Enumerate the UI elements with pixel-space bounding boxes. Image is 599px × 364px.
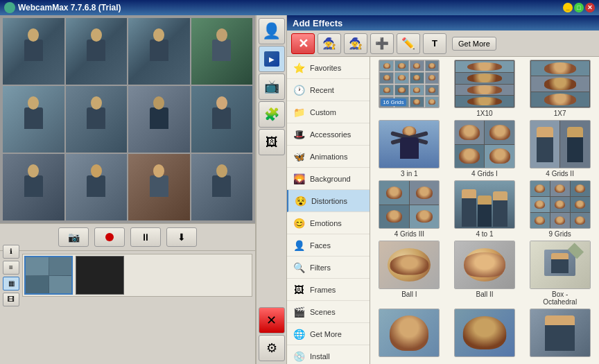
- effects-grid: 16 Grids: [373, 60, 596, 358]
- effect-thumb-ball1: [379, 241, 440, 289]
- effect-box-octahedral[interactable]: Box -Octahedral: [523, 241, 596, 306]
- thumb-strip: ℹ ≡ ▦ 🎞: [0, 251, 255, 300]
- effect-bottom1[interactable]: [373, 309, 446, 358]
- effect-9grids[interactable]: 9 Grids: [523, 180, 596, 238]
- category-emotions[interactable]: 😊 Emotions: [287, 212, 370, 234]
- category-label: Distortions: [311, 197, 347, 205]
- video-cell: [128, 154, 190, 220]
- right-sidebar: 👤 ▶ 📺 🧩 🖼 ✕ ⚙: [257, 15, 287, 364]
- side-icons: ℹ ≡ ▦ 🎞: [3, 245, 19, 306]
- wizard-button[interactable]: 🧙: [318, 33, 341, 54]
- frames-icon: 🖼: [291, 282, 306, 297]
- video-cell: [66, 154, 128, 220]
- effect-badge: 16 Grids: [381, 98, 406, 106]
- get-more-button[interactable]: Get More: [452, 37, 496, 51]
- effect-4to1[interactable]: 4 to 1: [449, 180, 521, 238]
- effect-label: Ball I: [401, 291, 417, 298]
- effect-bottom2[interactable]: [449, 309, 521, 358]
- category-recent[interactable]: 🕐 Recent: [287, 79, 370, 101]
- category-distortions[interactable]: 😵 Distortions: [287, 190, 370, 212]
- effect-label: 1X7: [554, 110, 566, 117]
- effect-thumb-ball2: [454, 241, 515, 289]
- effects-header: Add Effects: [287, 15, 599, 31]
- category-accessories[interactable]: 🎩 Accessories: [287, 123, 370, 146]
- effect-4gridsii[interactable]: 4 Grids II: [523, 120, 596, 177]
- photo-button[interactable]: 🖼: [259, 129, 285, 155]
- category-label: Animations: [310, 153, 347, 161]
- effect-4gridsi[interactable]: 4 Grids I: [449, 120, 521, 177]
- effect-3in1[interactable]: 3 in 1: [373, 120, 446, 177]
- video-cell: [128, 18, 190, 85]
- effect-ball2[interactable]: Ball II: [449, 241, 521, 306]
- minimize-button[interactable]: _: [563, 3, 573, 12]
- camera-button[interactable]: 📷: [58, 227, 89, 247]
- app-container: 📷 ⏸ ⬇ ℹ ≡ ▦ 🎞: [0, 15, 599, 364]
- effect-ball1[interactable]: Ball I: [373, 241, 446, 306]
- category-get-more[interactable]: 🌐 Get More: [287, 323, 370, 345]
- category-label: Favorites: [310, 64, 341, 72]
- delete-button[interactable]: ✕: [259, 307, 285, 333]
- effects-title: Add Effects: [293, 18, 342, 28]
- effect-label: 4 to 1: [476, 230, 493, 238]
- effect-1x10[interactable]: 1X10: [449, 60, 521, 117]
- list-icon[interactable]: ≡: [3, 261, 19, 275]
- effect-4gridsiii[interactable]: 4 Grids III: [373, 180, 446, 238]
- category-scenes[interactable]: 🎬 Scenes: [287, 301, 370, 323]
- effect-label: 4 Grids II: [546, 170, 574, 177]
- add-effect-button[interactable]: ➕: [370, 33, 394, 54]
- download-button[interactable]: ⬇: [166, 227, 197, 247]
- webcam-button[interactable]: 👤: [259, 18, 285, 44]
- delete-effect-button[interactable]: ✕: [291, 33, 315, 54]
- effect-bottom3[interactable]: [523, 309, 596, 358]
- favorites-icon: ⭐: [291, 60, 306, 76]
- effect-16grids[interactable]: 16 Grids: [373, 60, 446, 117]
- left-panel: 📷 ⏸ ⬇ ℹ ≡ ▦ 🎞: [0, 15, 257, 364]
- effect-label: 4 Grids I: [471, 170, 498, 177]
- grid-view-icon[interactable]: ▦: [3, 277, 19, 291]
- settings-button[interactable]: ⚙: [259, 335, 285, 361]
- video-cell: [3, 18, 64, 85]
- category-favorites[interactable]: ⭐ Favorites: [287, 57, 370, 79]
- thumbnail-2[interactable]: [76, 256, 124, 295]
- category-faces[interactable]: 👤 Faces: [287, 234, 370, 257]
- category-filters[interactable]: 🔍 Filters: [287, 257, 370, 279]
- effect-label: 4 Grids III: [394, 230, 424, 238]
- category-custom[interactable]: 📁 Custom: [287, 101, 370, 123]
- category-background[interactable]: 🌄 Background: [287, 168, 370, 190]
- effects-nav-button[interactable]: ▶: [259, 46, 285, 72]
- effect-thumb-1x10: [454, 60, 515, 108]
- effect-thumb-3in1: [379, 120, 440, 168]
- pause-button[interactable]: ⏸: [130, 227, 161, 247]
- scenes-icon: 🎬: [291, 304, 306, 320]
- category-frames[interactable]: 🖼 Frames: [287, 279, 370, 301]
- effects-panel: Add Effects ✕ 🧙 🧙‍♀️ ➕ ✏️ T Get More ⭐ F…: [287, 15, 599, 364]
- video-cell: [191, 86, 253, 153]
- effect-1x7[interactable]: 1X7: [523, 60, 596, 117]
- close-button[interactable]: ✕: [585, 3, 595, 12]
- video-cell: [128, 86, 190, 153]
- video-cell: [191, 154, 253, 220]
- effect-label: Box -Octahedral: [543, 291, 577, 306]
- category-label: Filters: [310, 263, 331, 272]
- category-animations[interactable]: 🦋 Animations: [287, 146, 370, 168]
- effect-thumb-4to1: [454, 180, 515, 229]
- effect-thumb-4gridsiii: [379, 180, 440, 229]
- background-icon: 🌄: [291, 171, 306, 187]
- category-install[interactable]: 💿 Install: [287, 345, 370, 364]
- tv-button[interactable]: 📺: [259, 73, 285, 100]
- effect-label: 9 Grids: [549, 230, 571, 238]
- edit-effect-button[interactable]: ✏️: [397, 33, 420, 54]
- animations-icon: 🦋: [291, 149, 306, 164]
- maximize-button[interactable]: □: [574, 3, 584, 12]
- text-effect-button[interactable]: T: [423, 33, 446, 54]
- puzzle-button[interactable]: 🧩: [259, 101, 285, 128]
- app-title: WebcamMax 7.7.6.8 (Trial): [18, 3, 121, 12]
- effect-label: 1X10: [476, 110, 492, 117]
- film-icon[interactable]: 🎞: [3, 293, 19, 306]
- thumbnail-1[interactable]: [24, 256, 73, 295]
- category-label: Scenes: [310, 308, 336, 316]
- record-button[interactable]: [94, 227, 125, 247]
- fire-button[interactable]: 🧙‍♀️: [344, 33, 367, 54]
- category-label: Install: [310, 352, 330, 361]
- info-icon[interactable]: ℹ: [3, 245, 19, 259]
